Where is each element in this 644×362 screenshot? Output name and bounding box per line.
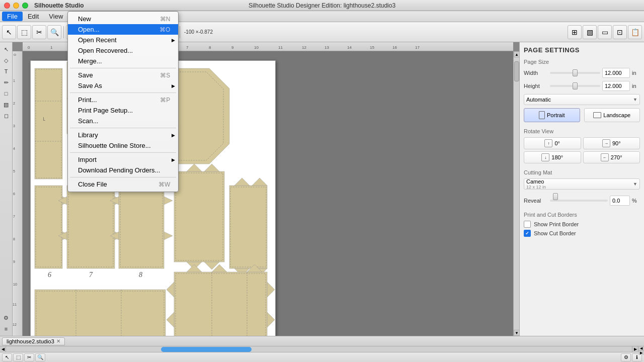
scroll-right-button[interactable]: ▶ <box>632 346 638 352</box>
tool-zoom-in[interactable]: 🔍 <box>47 25 61 39</box>
tool-stroke[interactable]: ▭ <box>598 25 612 39</box>
page-settings-panel: PAGE SETTINGS Page Size Width <box>520 42 644 247</box>
svg-marker-44 <box>252 178 267 186</box>
landscape-label: Landscape <box>603 112 630 118</box>
landscape-button[interactable]: Landscape <box>584 108 640 122</box>
cutting-mat-section: Cutting Mat Cameo 12 x 12 in ▼ <box>524 169 640 190</box>
status-btn-2[interactable]: ⬚ <box>13 353 23 361</box>
reveal-slider-thumb[interactable] <box>553 193 558 200</box>
status-btn-1[interactable]: ↖ <box>2 353 12 361</box>
menu-item-import[interactable]: Import <box>68 154 178 165</box>
tool-crop[interactable]: ✂ <box>32 25 46 39</box>
cutting-mat-dropdown[interactable]: Cameo 12 x 12 in ▼ <box>524 178 640 190</box>
menu-item-close-file[interactable]: Close File ⌘W <box>68 179 178 190</box>
show-cut-border-checkbox[interactable]: ✓ <box>524 230 531 237</box>
portrait-button[interactable]: Portrait <box>524 108 580 122</box>
svg-marker-43 <box>234 178 250 186</box>
show-print-border-checkbox[interactable] <box>524 221 531 228</box>
tab-close-icon[interactable]: ✕ <box>56 338 60 344</box>
menu-item-save-as[interactable]: Save As <box>68 80 178 91</box>
show-cut-border-row: ✓ Show Cut Border <box>524 230 640 237</box>
width-slider-thumb[interactable] <box>573 69 578 76</box>
close-button[interactable] <box>4 3 10 9</box>
height-slider-thumb[interactable] <box>573 82 578 89</box>
menu-item-save[interactable]: Save ⌘S <box>68 70 178 80</box>
tool-settings[interactable]: ⚙ <box>1 313 11 323</box>
tool-layers[interactable]: ≡ <box>1 324 11 334</box>
tool-draw[interactable]: ✏ <box>1 77 11 87</box>
scroll-down-button[interactable]: ▼ <box>514 330 519 336</box>
height-input[interactable] <box>602 81 630 91</box>
scroll-left-button[interactable]: ◀ <box>0 346 6 352</box>
window-title: Silhouette Studio Designer Edition: ligh… <box>249 2 395 9</box>
menu-file[interactable]: File <box>2 12 23 21</box>
automatic-dropdown[interactable]: Automatic ▼ <box>524 94 640 105</box>
tool-arrow[interactable]: ↖ <box>2 25 16 39</box>
tab-lighthouse[interactable]: lighthouse2.studio3 ✕ <box>2 337 65 345</box>
reveal-input[interactable] <box>610 196 630 206</box>
tool-node[interactable]: ◇ <box>1 55 11 65</box>
horizontal-scrollbar[interactable]: ◀ ▶ ◀ ▶ <box>0 346 644 352</box>
rotate-180-button[interactable]: ↓ 180° <box>524 151 581 163</box>
menu-item-open-recovered[interactable]: Open Recovered... <box>68 45 178 56</box>
svg-rect-35 <box>174 171 224 262</box>
rotate-0-button[interactable]: ↑ 0° <box>524 137 581 149</box>
menu-item-open[interactable]: Open... ⌘O <box>68 24 178 35</box>
show-cut-border-label: Show Cut Border <box>534 230 576 236</box>
tool-fill[interactable]: ▧ <box>583 25 597 39</box>
show-print-border-row: Show Print Border <box>524 221 640 228</box>
menu-item-scan[interactable]: Scan... <box>68 116 178 126</box>
cutting-mat-arrow-icon: ▼ <box>633 182 637 187</box>
svg-text:7: 7 <box>89 271 93 279</box>
svg-marker-66 <box>167 312 174 327</box>
page-right-button[interactable]: ▶ <box>638 351 644 355</box>
menu-item-library[interactable]: Library <box>68 130 178 140</box>
menu-item-new[interactable]: New ⌘N <box>68 14 178 24</box>
status-settings-icon[interactable]: ⚙ <box>621 353 631 361</box>
page-left-button[interactable]: ◀ <box>638 346 644 351</box>
menu-view[interactable]: View <box>44 12 68 21</box>
separator-4 <box>70 152 176 153</box>
status-btn-3[interactable]: ✂ <box>24 353 34 361</box>
sep-1 <box>63 26 64 38</box>
tool-shape[interactable]: □ <box>1 88 11 99</box>
rotate-90-button[interactable]: → 90° <box>583 137 640 149</box>
tool-eraser[interactable]: ◻ <box>1 111 11 121</box>
menu-item-print[interactable]: Print... ⌘P <box>68 95 178 105</box>
tool-align[interactable]: ⊞ <box>568 25 582 39</box>
tool-text[interactable]: T <box>1 66 11 76</box>
tool-select[interactable]: ⬚ <box>17 25 31 39</box>
svg-rect-47 <box>35 290 166 336</box>
rotate-90-icon: → <box>602 139 610 147</box>
separator-3 <box>70 128 176 128</box>
svg-marker-63 <box>267 282 275 297</box>
menu-item-open-recent[interactable]: Open Recent <box>68 35 178 45</box>
scroll-thumb[interactable] <box>514 61 519 81</box>
svg-text:6: 6 <box>48 271 51 279</box>
automatic-row: Automatic ▼ <box>524 94 640 105</box>
rotate-0-label: 0° <box>554 140 560 146</box>
menu-item-download-orders[interactable]: Download Pending Orders... <box>68 165 178 175</box>
maximize-button[interactable] <box>22 3 28 9</box>
page-size-section: Page Size Width in <box>524 59 640 122</box>
menu-item-online-store[interactable]: Silhouette Online Store... <box>68 140 178 151</box>
svg-marker-67 <box>187 264 202 272</box>
landscape-icon <box>593 112 601 118</box>
cutting-mat-size: 12 x 12 in <box>526 185 546 190</box>
menu-item-print-page-setup[interactable]: Print Page Setup... <box>68 105 178 116</box>
rotate-270-label: 270° <box>611 154 622 160</box>
reveal-unit: % <box>632 198 640 204</box>
scroll-thumb-horizontal[interactable] <box>161 347 252 352</box>
tool-page[interactable]: 📋 <box>628 25 642 39</box>
tool-pointer[interactable]: ↖ <box>1 44 11 54</box>
rotate-270-button[interactable]: ← 270° <box>583 151 640 163</box>
scroll-up-button[interactable]: ▲ <box>514 51 519 57</box>
width-input[interactable] <box>602 68 630 78</box>
menu-edit[interactable]: Edit <box>23 12 44 21</box>
menu-item-merge[interactable]: Merge... <box>68 56 178 66</box>
tool-transform[interactable]: ⊡ <box>613 25 627 39</box>
minimize-button[interactable] <box>13 3 19 9</box>
tool-fill2[interactable]: ▧ <box>1 100 11 110</box>
vertical-scrollbar[interactable]: ▲ ▼ <box>513 51 519 336</box>
status-btn-4[interactable]: 🔍 <box>35 353 45 361</box>
